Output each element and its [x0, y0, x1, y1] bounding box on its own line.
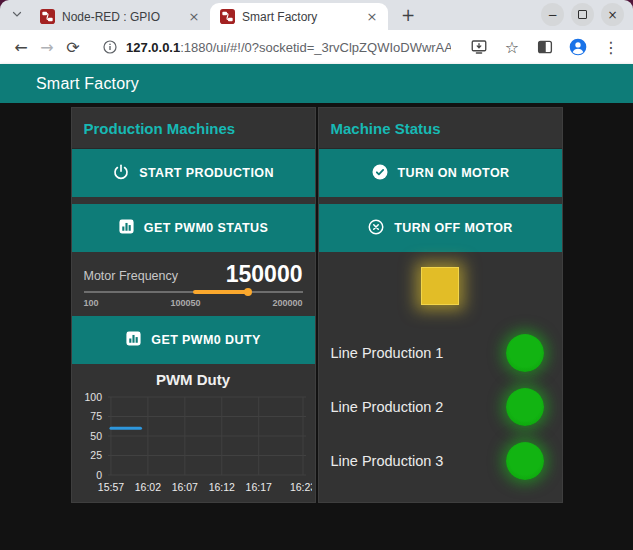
power-icon [112, 163, 130, 184]
svg-text:16:23: 16:23 [289, 481, 311, 493]
address-bar[interactable]: 127.0.0.1:1880/ui/#!/0?socketid=_3rvClpZ… [92, 33, 461, 61]
status-indicator-area: Line Production 1 Line Production 2 Line… [319, 252, 562, 502]
button-label: TURN OFF MOTOR [394, 221, 513, 235]
check-circle-icon [371, 163, 389, 184]
button-label: GET PWM0 DUTY [151, 333, 260, 347]
slider-label: Motor Frequency [84, 269, 178, 286]
get-pwm0-status-button[interactable]: GET PWM0 STATUS [72, 204, 315, 252]
tab-title: Smart Factory [242, 10, 364, 24]
bar-chart-icon [125, 330, 142, 350]
slider-tick-min: 100 [84, 298, 99, 308]
svg-text:0: 0 [96, 469, 102, 481]
tab-node-red-gpio[interactable]: Node-RED : GPIO × [30, 3, 210, 30]
tab-smart-factory[interactable]: Smart Factory × [210, 3, 388, 30]
line-production-row: Line Production 1 [319, 326, 562, 380]
turn-on-motor-button[interactable]: TURN ON MOTOR [319, 149, 562, 197]
x-circle-icon [367, 218, 385, 239]
maximize-button[interactable] [571, 3, 594, 26]
node-red-favicon-icon [40, 9, 55, 24]
browser-titlebar: Node-RED : GPIO × Smart Factory × + − × [0, 0, 633, 30]
bookmark-star-icon[interactable]: ☆ [500, 35, 524, 59]
line-label: Line Production 3 [331, 453, 444, 469]
slider-tick-mid: 100050 [170, 298, 200, 308]
install-app-icon[interactable] [467, 35, 491, 59]
svg-text:16:12: 16:12 [208, 481, 234, 493]
svg-text:50: 50 [90, 430, 102, 442]
bar-chart-icon [118, 218, 135, 238]
chevron-down-icon [11, 6, 23, 24]
minimize-button[interactable]: − [541, 3, 564, 26]
dashboard-appbar: Smart Factory [0, 64, 633, 103]
svg-text:15:57: 15:57 [97, 481, 123, 493]
window-controls: − × [541, 3, 624, 26]
maximize-icon [578, 10, 587, 19]
turn-off-motor-button[interactable]: TURN OFF MOTOR [319, 204, 562, 252]
line-label: Line Production 1 [331, 345, 444, 361]
motor-frequency-slider: Motor Frequency 150000 100 100050 200000 [72, 252, 315, 314]
line-production-row: Line Production 2 [319, 380, 562, 434]
node-red-favicon-icon [220, 9, 235, 24]
url-host: 127.0.0.1 [126, 40, 180, 55]
page-title: Smart Factory [36, 75, 139, 93]
button-label: TURN ON MOTOR [398, 166, 510, 180]
svg-text:16:17: 16:17 [245, 481, 271, 493]
svg-text:100: 100 [84, 391, 102, 403]
slider-fill [193, 290, 248, 294]
tab-search-button[interactable] [6, 4, 28, 26]
get-pwm0-duty-button[interactable]: GET PWM0 DUTY [72, 316, 315, 364]
motor-led-indicator [421, 267, 459, 305]
slider-handle[interactable] [244, 288, 252, 296]
pwm-duty-chart: PWM Duty 025507510015:5716:0216:0716:121… [72, 364, 315, 502]
forward-button[interactable]: → [34, 34, 60, 60]
line-label: Line Production 2 [331, 399, 444, 415]
side-panel-icon[interactable] [533, 35, 557, 59]
close-icon[interactable]: × [364, 9, 380, 25]
svg-text:16:07: 16:07 [171, 481, 197, 493]
slider-tick-max: 200000 [272, 298, 302, 308]
toolbar-actions: ☆ ⋮ [467, 35, 623, 59]
chart-title: PWM Duty [156, 371, 230, 388]
line-2-led-indicator [506, 388, 544, 426]
button-label: START PRODUCTION [139, 166, 274, 180]
url-path: :1880/ui/#!/0?socketid=_3rvClpZQWIoDWwrA… [180, 40, 451, 55]
panel-title: Machine Status [319, 108, 562, 149]
url-text: 127.0.0.1:1880/ui/#!/0?socketid=_3rvClpZ… [126, 40, 451, 55]
svg-text:75: 75 [90, 410, 102, 422]
svg-text:16:02: 16:02 [134, 481, 160, 493]
site-info-icon[interactable] [102, 39, 118, 55]
panel-production-machines: Production Machines START PRODUCTION GET… [71, 107, 316, 503]
dashboard-page: Production Machines START PRODUCTION GET… [0, 103, 633, 550]
svg-text:25: 25 [90, 449, 102, 461]
close-window-button[interactable]: × [601, 3, 624, 26]
panel-title: Production Machines [72, 108, 315, 149]
browser-menu-icon[interactable]: ⋮ [599, 35, 623, 59]
slider-track[interactable] [84, 287, 303, 296]
back-button[interactable]: ← [8, 34, 34, 60]
slider-value: 150000 [226, 263, 303, 286]
button-label: GET PWM0 STATUS [144, 221, 268, 235]
tab-title: Node-RED : GPIO [62, 10, 186, 24]
line-production-row: Line Production 3 [319, 434, 562, 488]
new-tab-button[interactable]: + [396, 3, 420, 27]
browser-toolbar: ← → ⟳ 127.0.0.1:1880/ui/#!/0?socketid=_3… [0, 30, 633, 64]
close-icon[interactable]: × [186, 9, 202, 25]
profile-avatar-icon[interactable] [566, 35, 590, 59]
panel-machine-status: Machine Status TURN ON MOTOR TURN OFF MO… [318, 107, 563, 503]
line-3-led-indicator [506, 442, 544, 480]
start-production-button[interactable]: START PRODUCTION [72, 149, 315, 197]
line-1-led-indicator [506, 334, 544, 372]
reload-button[interactable]: ⟳ [60, 34, 86, 60]
pwm-chart-svg: 025507510015:5716:0216:0716:1216:1716:23 [75, 390, 312, 496]
